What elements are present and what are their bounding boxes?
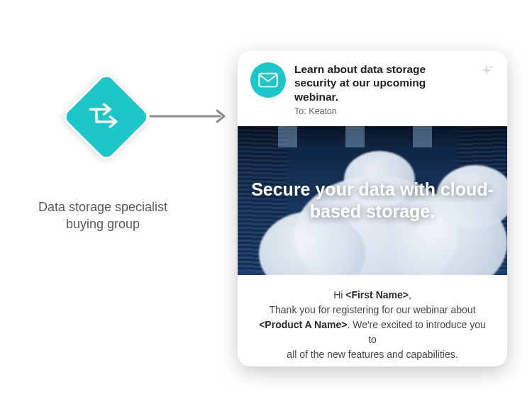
node-label-line1: Data storage specialist (38, 200, 167, 214)
hero-ceiling-lights (238, 126, 507, 147)
first-name-token: <First Name> (345, 289, 409, 300)
email-body: Hi <First Name>, Thank you for registeri… (238, 275, 507, 366)
to-prefix: To: (294, 106, 309, 116)
product-token: <Product A Name> (259, 319, 347, 330)
flow-arrow (149, 108, 227, 125)
email-preview-card: Learn about data storage security at our… (238, 51, 507, 366)
hero-headline: Secure your data with cloud-based storag… (238, 179, 507, 223)
email-to-line: To: Keaton (294, 106, 470, 116)
node-label-line2: buying group (66, 217, 140, 231)
email-subject: Learn about data storage security at our… (294, 62, 470, 103)
journey-node-label: Data storage specialist buying group (25, 198, 181, 233)
email-header-text: Learn about data storage security at our… (294, 62, 470, 116)
body-line-3: <Product A Name>. We're excited to intro… (257, 317, 487, 347)
journey-node-diamond (60, 71, 153, 163)
to-name: Keaton (309, 106, 337, 116)
greeting-suffix: , (409, 289, 411, 300)
email-hero: Secure your data with cloud-based storag… (238, 126, 507, 275)
journey-node (60, 71, 153, 163)
split-path-icon (87, 96, 126, 138)
body-line-4: all of the new features and capabilities… (257, 347, 487, 362)
body-line-1: Hi <First Name>, (257, 288, 487, 303)
email-header: Learn about data storage security at our… (238, 51, 507, 126)
body-line-2: Thank you for registering for our webina… (257, 303, 487, 317)
sparkle-icon (479, 64, 494, 79)
mail-icon (250, 62, 286, 98)
body-line-3b: . We're excited to introduce you to (347, 319, 485, 345)
svg-rect-1 (259, 74, 277, 86)
greeting-prefix: Hi (333, 289, 345, 300)
